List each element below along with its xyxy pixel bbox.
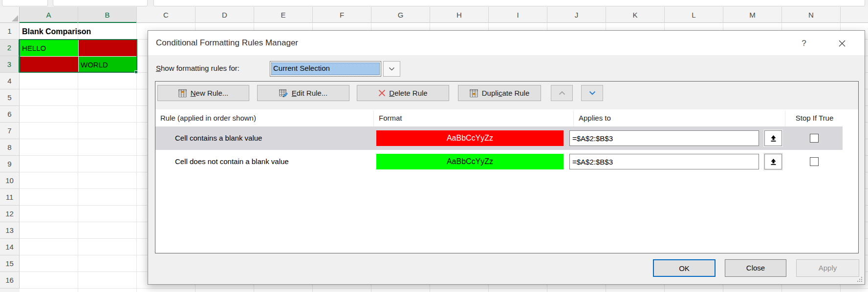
move-rule-down-button[interactable] bbox=[581, 85, 603, 101]
rules-panel: New Rule... Edit Rule... bbox=[155, 81, 859, 253]
show-rules-combobox[interactable]: Current Selection bbox=[270, 61, 381, 77]
applies-to-input[interactable] bbox=[569, 130, 759, 146]
table-icon bbox=[470, 89, 478, 97]
range-picker-button[interactable] bbox=[764, 130, 782, 146]
header-rule: Rule (applied in order shown) bbox=[155, 111, 374, 126]
move-rule-up-button[interactable] bbox=[551, 85, 573, 101]
column-header-f[interactable]: F bbox=[313, 7, 371, 23]
duplicate-rule-button[interactable]: Duplicate Rule bbox=[458, 85, 541, 101]
row-headers: 12345678910111213141516 bbox=[0, 23, 20, 292]
row-header-3[interactable]: 3 bbox=[0, 56, 20, 73]
excel-window: ABCDEFGHIJKLMN 12345678910111213141516 B… bbox=[0, 0, 868, 292]
stop-if-true-checkbox[interactable] bbox=[810, 157, 819, 166]
collapse-dialog-icon bbox=[770, 158, 777, 166]
row-header-13[interactable]: 13 bbox=[0, 222, 20, 239]
column-header-d[interactable]: D bbox=[195, 7, 254, 23]
formula-bar-strip bbox=[0, 0, 868, 7]
rule-description: Cell does not contain a blank value bbox=[175, 150, 289, 173]
resize-grip[interactable] bbox=[857, 277, 862, 282]
show-rules-dropdown-button[interactable] bbox=[383, 61, 400, 77]
edit-rule-label: Edit Rule... bbox=[292, 89, 327, 97]
header-format: Format bbox=[374, 111, 574, 126]
column-header-n[interactable]: N bbox=[782, 7, 841, 23]
column-header-h[interactable]: H bbox=[430, 7, 489, 23]
column-header-i[interactable]: I bbox=[489, 7, 547, 23]
formula-input[interactable] bbox=[153, 0, 865, 6]
ok-button[interactable]: OK bbox=[653, 259, 716, 277]
rules-list-header: Rule (applied in order shown) Format App… bbox=[155, 111, 858, 126]
row-header-9[interactable]: 9 bbox=[0, 156, 20, 172]
show-rules-label: Show formatting rules for: bbox=[156, 64, 239, 72]
row-header-5[interactable]: 5 bbox=[0, 89, 20, 106]
sheet-cell-a1[interactable]: Blank Comparison bbox=[20, 23, 135, 40]
column-header-a[interactable]: A bbox=[20, 7, 78, 23]
sheet-cell-a2[interactable]: HELLO bbox=[20, 40, 78, 56]
select-all-corner[interactable] bbox=[0, 7, 20, 23]
formula-bar-buttons bbox=[53, 0, 148, 6]
column-header-b[interactable]: B bbox=[78, 7, 137, 23]
show-rules-selected-value: Current Selection bbox=[271, 63, 380, 75]
rule-row-not-blank[interactable]: Cell does not contain a blank value AaBb… bbox=[155, 150, 843, 173]
rule-row-blank[interactable]: Cell contains a blank value AaBbCcYyZz bbox=[155, 126, 843, 150]
duplicate-rule-label: Duplicate Rule bbox=[482, 89, 530, 97]
new-rule-button[interactable]: New Rule... bbox=[157, 85, 249, 101]
header-applies-to: Applies to bbox=[574, 111, 785, 126]
format-preview: AaBbCcYyZz bbox=[376, 154, 564, 169]
range-picker-button[interactable] bbox=[764, 154, 782, 169]
format-preview: AaBbCcYyZz bbox=[376, 130, 564, 146]
close-button[interactable]: Close bbox=[725, 259, 786, 277]
column-header-g[interactable]: G bbox=[371, 7, 430, 23]
column-header-e[interactable]: E bbox=[254, 7, 313, 23]
delete-rule-label: Delete Rule bbox=[389, 89, 427, 97]
sheet-cell-b3[interactable]: WORLD bbox=[79, 57, 137, 73]
row-header-12[interactable]: 12 bbox=[0, 206, 20, 222]
name-box[interactable] bbox=[2, 0, 48, 6]
row-header-4[interactable]: 4 bbox=[0, 73, 20, 89]
chevron-up-icon bbox=[559, 91, 565, 95]
chevron-down-icon bbox=[389, 67, 395, 71]
apply-button: Apply bbox=[796, 259, 859, 277]
table-icon bbox=[178, 89, 187, 97]
column-header-l[interactable]: L bbox=[665, 7, 723, 23]
fill-handle[interactable] bbox=[134, 70, 138, 74]
row-header-8[interactable]: 8 bbox=[0, 139, 20, 156]
row-header-14[interactable]: 14 bbox=[0, 239, 20, 255]
edit-rule-button[interactable]: Edit Rule... bbox=[257, 85, 349, 101]
help-icon[interactable]: ? bbox=[797, 37, 811, 50]
row-header-10[interactable]: 10 bbox=[0, 172, 20, 189]
dialog-titlebar[interactable]: Conditional Formatting Rules Manager ? bbox=[148, 31, 865, 55]
table-edit-icon bbox=[279, 89, 288, 97]
rule-description: Cell contains a blank value bbox=[175, 126, 262, 150]
row-header-15[interactable]: 15 bbox=[0, 255, 20, 272]
select-all-triangle-icon bbox=[12, 15, 18, 21]
dialog-title: Conditional Formatting Rules Manager bbox=[156, 31, 298, 55]
rules-toolbar: New Rule... Edit Rule... bbox=[155, 82, 858, 109]
sheet-cell-a3[interactable] bbox=[20, 57, 78, 73]
stop-if-true-checkbox[interactable] bbox=[810, 134, 819, 143]
sheet-cell-b2[interactable] bbox=[79, 40, 137, 56]
red-x-icon bbox=[378, 89, 386, 97]
close-icon[interactable] bbox=[834, 37, 850, 50]
row-header-11[interactable]: 11 bbox=[0, 189, 20, 206]
column-header-m[interactable]: M bbox=[723, 7, 782, 23]
row-header-6[interactable]: 6 bbox=[0, 106, 20, 123]
row-header-7[interactable]: 7 bbox=[0, 123, 20, 139]
chevron-down-icon bbox=[589, 91, 596, 95]
row-header-1[interactable]: 1 bbox=[0, 23, 20, 40]
conditional-formatting-rules-manager-dialog: Conditional Formatting Rules Manager ? S… bbox=[148, 30, 865, 285]
column-headers: ABCDEFGHIJKLMN bbox=[0, 7, 868, 23]
applies-to-input[interactable] bbox=[569, 154, 759, 169]
collapse-dialog-icon bbox=[770, 135, 777, 142]
column-header-c[interactable]: C bbox=[137, 7, 195, 23]
column-header-k[interactable]: K bbox=[606, 7, 665, 23]
row-header-2[interactable]: 2 bbox=[0, 40, 20, 56]
header-stop-if-true: Stop If True bbox=[785, 111, 844, 126]
delete-rule-button[interactable]: Delete Rule bbox=[357, 85, 449, 101]
row-header-16[interactable]: 16 bbox=[0, 272, 20, 289]
column-header-j[interactable]: J bbox=[547, 7, 606, 23]
new-rule-label: New Rule... bbox=[191, 89, 229, 97]
